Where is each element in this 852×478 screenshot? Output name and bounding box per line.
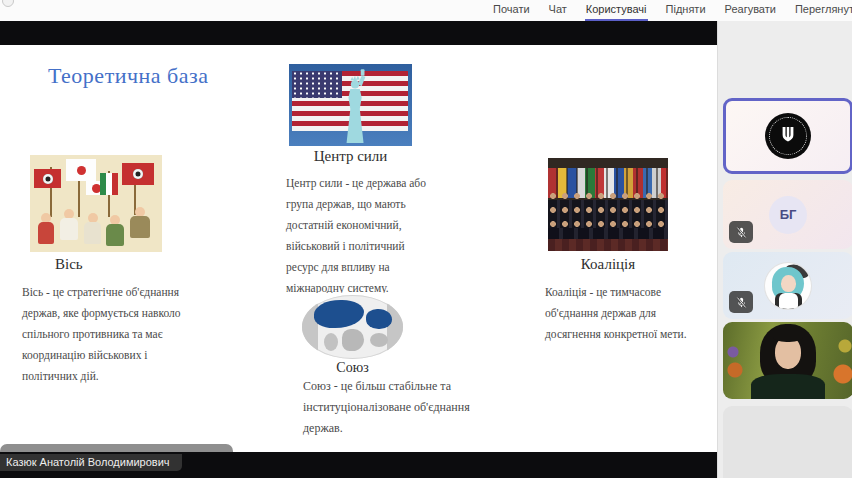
axis-flag-italy (100, 173, 118, 195)
coalition-photo-image (548, 158, 668, 251)
participant-tile-active-speaker[interactable] (723, 98, 852, 174)
participant-tile-empty[interactable] (723, 406, 852, 478)
app-logo (2, 0, 14, 7)
participant-tile-video[interactable] (723, 322, 852, 399)
statue-of-liberty-silhouette (339, 69, 373, 145)
anime-avatar (765, 263, 811, 309)
menu-item-raise-hand[interactable]: Підняти (665, 0, 707, 21)
meeting-toolbar: Почати Чат Користувачі Підняти Реагувати… (0, 0, 852, 21)
axis-flag-red-2 (122, 163, 154, 185)
shared-screen-top-bar (0, 21, 717, 45)
participant-tile-bg[interactable]: БГ (723, 180, 852, 249)
usa-flag-canton (292, 71, 342, 98)
axis-flag-japan (66, 159, 96, 181)
section-text-axis: Вісь - це стратегічне об'єднання держав,… (22, 282, 192, 387)
presentation-slide: Теоретична база Центр сили Центр сили - … (0, 45, 717, 452)
shared-screen-bottom-bar: Казюк Анатолій Володимирович (0, 452, 717, 478)
section-heading-axis: Вісь (55, 256, 83, 273)
section-heading-union: Союз (300, 360, 405, 376)
mic-muted-icon (729, 221, 753, 243)
presenter-label-cap (0, 444, 233, 452)
section-heading-power-center: Центр сили (289, 148, 412, 165)
shared-screen: Теоретична база Центр сили Центр сили - … (0, 21, 717, 478)
participants-panel: БГ (717, 21, 852, 478)
poster-child (60, 209, 78, 247)
section-text-union: Союз - це більш стабільне та інституціон… (303, 376, 481, 439)
poster-child (106, 215, 124, 249)
slide-title: Теоретична база (48, 63, 209, 89)
menu-item-start[interactable]: Почати (492, 0, 531, 21)
poster-child (84, 213, 101, 249)
poster-child (130, 207, 150, 249)
axis-poster-image (30, 155, 162, 252)
military-trident-emblem-icon (765, 113, 811, 159)
menu-item-react[interactable]: Реагувати (724, 0, 777, 21)
section-text-coalition: Коаліція - це тимчасове об'єднання держа… (545, 282, 705, 345)
union-globe-image (300, 293, 405, 361)
section-text-power-center: Центр сили - це держава або група держав… (286, 173, 436, 299)
participant-tile-anime[interactable] (723, 252, 852, 319)
presenter-name-label: Казюк Анатолій Володимирович (0, 454, 182, 471)
menu-item-view[interactable]: Переглянути (794, 0, 852, 21)
usa-flag-image (289, 64, 412, 146)
initials-avatar: БГ (769, 196, 807, 234)
axis-flag-red (34, 169, 61, 188)
participant-video-feed (723, 322, 852, 399)
poster-child (38, 213, 54, 247)
mic-muted-icon (729, 291, 753, 313)
menu-item-participants[interactable]: Користувачі (585, 0, 648, 21)
photo-carpet (548, 239, 668, 251)
menu-item-chat[interactable]: Чат (548, 0, 568, 21)
section-heading-coalition: Коаліція (548, 256, 668, 273)
